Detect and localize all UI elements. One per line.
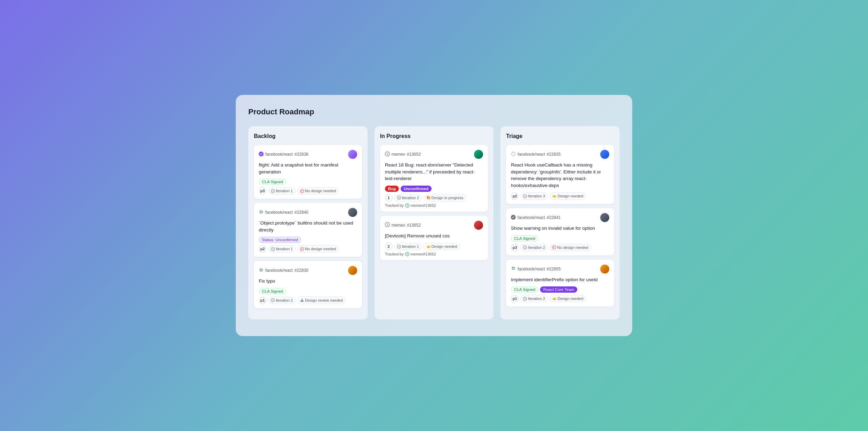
column-title: Triage [506, 133, 614, 139]
card-repo: facebook/react #22835 [511, 152, 561, 157]
issue-number: #22841 [547, 215, 561, 220]
meta-row: p1 Iteration 2🫱 Design needed [511, 295, 609, 302]
tags: CLA Signed [511, 235, 609, 242]
meta-row: 2 Iteration 1🫱 Design needed [385, 243, 483, 250]
repo-name: memex [392, 152, 405, 157]
meta-tag-iteration: Iteration 3 [520, 192, 548, 200]
issue-number: #13652 [407, 152, 421, 157]
meta-tag-design: No design needed [297, 187, 339, 195]
tag-cla-signed: CLA Signed [259, 179, 286, 185]
card-title: [Devtools] Remove unused css [385, 233, 483, 239]
tag-cla-signed: CLA Signed [259, 288, 286, 294]
meta-tag-iteration: Iteration 1 [268, 187, 296, 195]
card-repo: facebook/react #22830 [259, 268, 308, 274]
tag-status-unconfirmed: Status: Unconfirmed [259, 237, 301, 243]
tags: CLA SignedReact Core Team [511, 286, 609, 293]
tracked-by: Tracked by memex#13652 [385, 252, 483, 256]
priority-badge: p2 [511, 192, 519, 200]
avatar [348, 208, 357, 217]
repo-icon [259, 210, 264, 216]
meta-tag-iteration: Iteration 2 [520, 295, 548, 302]
tag-cla-signed: CLA Signed [511, 235, 538, 242]
avatar [474, 150, 483, 159]
tags: CLA Signed [259, 179, 357, 185]
repo-icon [511, 215, 516, 221]
card-header: facebook/react #22838 [259, 150, 357, 159]
repo-name: facebook/react [265, 210, 293, 215]
meta-row: p2 Iteration 3🫱 Design needed [511, 192, 609, 200]
card: memex #13652 [Devtools] Remove unused cs… [380, 216, 488, 261]
meta-tag-design: No design needed [549, 244, 591, 251]
repo-icon [511, 152, 516, 157]
columns: Backlog facebook/react #22838 flight: Ad… [248, 126, 620, 319]
card: facebook/react #22841 Show warning on in… [506, 208, 614, 255]
meta-tag-iteration: Iteration 2 [520, 244, 548, 251]
card-header: memex #13652 [385, 221, 483, 230]
card-header: memex #13652 [385, 150, 483, 159]
tag-react-core-team: React Core Team [540, 286, 577, 293]
issue-number: #22840 [295, 210, 308, 215]
meta-row: p1 Iteration 2 Design review needed [259, 296, 357, 304]
card: facebook/react #22840 `Object.prototype`… [254, 203, 362, 257]
priority-badge: p1 [511, 295, 519, 302]
card-title: Show warning on invalid value for option [511, 225, 609, 232]
column-triage: Triage facebook/react #22835 React Hook … [500, 126, 620, 319]
repo-name: memex [392, 223, 405, 228]
avatar [474, 221, 483, 230]
card-header: facebook/react #22855 [511, 265, 609, 274]
card-repo: memex #13652 [385, 222, 421, 228]
card-title: flight: Add a snapshot test for manifest… [259, 162, 357, 175]
svg-point-0 [512, 152, 515, 156]
avatar [600, 213, 609, 222]
tags: Status: Unconfirmed [259, 237, 357, 243]
card-repo: facebook/react #22838 [259, 152, 308, 157]
card: facebook/react #22855 Implement identifi… [506, 260, 614, 307]
tags: CLA Signed [259, 288, 357, 294]
board-title: Product Roadmap [248, 107, 620, 116]
column-backlog: Backlog facebook/react #22838 flight: Ad… [248, 126, 368, 319]
repo-icon [511, 266, 516, 272]
repo-name: facebook/react [517, 267, 545, 271]
repo-icon [259, 268, 264, 274]
card-header: facebook/react #22841 [511, 213, 609, 222]
repo-icon [385, 152, 390, 157]
card-title: React Hook useCallback has a missing dep… [511, 162, 609, 189]
meta-tag-design: 🫱 Design needed [549, 295, 586, 302]
tag-unconfirmed: Unconfirmed [401, 186, 432, 192]
meta-row: 1 Iteration 2🎨 Design in progress [385, 194, 483, 202]
card-title: Implement identifierPrefix option for us… [511, 276, 609, 283]
issue-number: #22838 [295, 152, 308, 157]
card: memex #13652 React 18 Bug: react-dom/ser… [380, 145, 488, 212]
meta-row: p2 Iteration 1 No design needed [259, 245, 357, 253]
meta-tag-design: Design review needed [297, 296, 346, 304]
priority-badge: p2 [259, 245, 266, 253]
priority-badge: p1 [259, 296, 266, 304]
card: facebook/react #22838 flight: Add a snap… [254, 145, 362, 199]
issue-number: #13652 [407, 223, 421, 228]
card-title: React 18 Bug: react-dom/server "Detected… [385, 162, 483, 182]
repo-icon [385, 222, 390, 228]
board-container: Product Roadmap Backlog facebook/react #… [236, 95, 632, 336]
card-header: facebook/react #22835 [511, 150, 609, 159]
repo-name: facebook/react [517, 215, 545, 220]
issue-number: #22835 [547, 152, 561, 157]
priority-badge: p3 [511, 244, 519, 251]
meta-tag-iteration: Iteration 1 [268, 245, 296, 253]
column-title: In Progress [380, 133, 488, 139]
column-in-progress: In Progress memex #13652 React 18 Bug: r… [375, 126, 494, 319]
tracked-by: Tracked by memex#13652 [385, 203, 483, 208]
card-repo: facebook/react #22840 [259, 210, 308, 216]
meta-row: p3 Iteration 1 No design needed [259, 187, 357, 195]
tag-bug: Bug [385, 186, 399, 192]
priority-badge: 2 [385, 243, 393, 250]
card-title: `Object.prototype` builtins should not b… [259, 220, 357, 233]
tag-cla-signed: CLA Signed [511, 286, 538, 293]
repo-name: facebook/react [517, 152, 545, 157]
card-repo: facebook/react #22855 [511, 266, 561, 272]
avatar [600, 265, 609, 274]
meta-tag-iteration: Iteration 2 [268, 296, 296, 304]
card: facebook/react #22830 Fix typo CLA Signe… [254, 261, 362, 308]
card-title: Fix typo [259, 278, 357, 285]
repo-name: facebook/react [265, 152, 293, 157]
priority-badge: 1 [385, 194, 393, 202]
